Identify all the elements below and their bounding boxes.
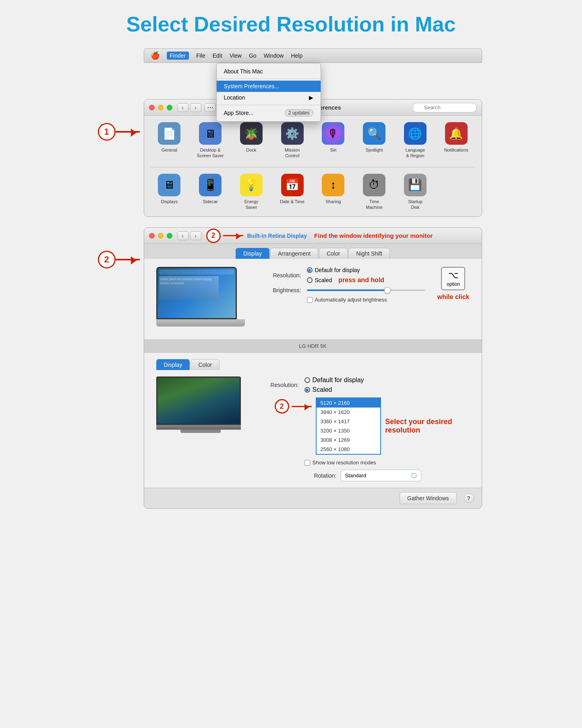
res-item-2560[interactable]: 2560 × 1080 bbox=[317, 445, 381, 454]
monitor-foot bbox=[180, 430, 221, 433]
dropdown-appstore[interactable]: App Store... 2 updates bbox=[217, 107, 321, 119]
icon-general[interactable]: 📄 General bbox=[151, 122, 188, 159]
grid-button[interactable]: ⋯ bbox=[205, 103, 216, 112]
icon-startup-disk[interactable]: 💾 StartupDisk bbox=[396, 174, 434, 210]
builtin-close[interactable] bbox=[149, 233, 155, 239]
gather-windows-button[interactable]: Gather Windows bbox=[400, 492, 456, 504]
minimize-button[interactable] bbox=[158, 105, 164, 110]
icon-sidecar[interactable]: 📱 Sidecar bbox=[191, 174, 229, 210]
menu-finder[interactable]: Finder bbox=[167, 52, 189, 60]
icon-dock[interactable]: 🪴 Dock bbox=[232, 122, 270, 159]
search-input[interactable] bbox=[412, 103, 477, 112]
tab-color[interactable]: Color bbox=[319, 248, 348, 259]
second-default-radio[interactable]: Default for display bbox=[304, 376, 364, 384]
default-display-radio[interactable]: Default for display bbox=[307, 267, 385, 273]
brightness-slider[interactable] bbox=[307, 289, 425, 291]
icon-notifications[interactable]: 🔔 Notifications bbox=[437, 122, 475, 159]
help-button[interactable]: ? bbox=[464, 493, 474, 503]
macbook-base bbox=[156, 319, 245, 327]
menu-view[interactable]: View bbox=[230, 52, 242, 59]
icon-spotlight[interactable]: 🔍 Spotlight bbox=[355, 122, 393, 159]
second-scaled-dot bbox=[304, 387, 310, 393]
icon-startupdisk-label: StartupDisk bbox=[408, 199, 422, 210]
macbook-screen-inner: Lorem ipsum text preview content display… bbox=[157, 268, 236, 318]
res-item-5120[interactable]: 5120 × 2160 bbox=[317, 398, 381, 408]
dropdown-divider1 bbox=[217, 79, 321, 79]
back-button[interactable]: ‹ bbox=[177, 103, 188, 112]
step2c-arrow bbox=[292, 406, 312, 407]
tab-night-shift[interactable]: Night Shift bbox=[348, 248, 390, 259]
dropdown-location[interactable]: Location ▶ bbox=[217, 92, 321, 103]
builtin-nav: ‹ › bbox=[177, 231, 201, 240]
close-button[interactable] bbox=[149, 105, 155, 110]
apple-logo-icon[interactable]: 🍎 bbox=[151, 51, 159, 60]
dropdown-about-mac[interactable]: About This Mac bbox=[217, 66, 321, 77]
step2b-arrow bbox=[223, 235, 243, 236]
builtin-forward[interactable]: › bbox=[190, 231, 201, 240]
auto-brightness-checkbox[interactable] bbox=[307, 297, 313, 303]
tab-arrangement[interactable]: Arrangement bbox=[270, 248, 318, 259]
icon-language-label: Language& Region bbox=[405, 147, 425, 159]
res-item-3840[interactable]: 3840 × 1620 bbox=[317, 408, 381, 417]
scaled-label: Scaled bbox=[315, 277, 332, 283]
step2c-circle: 2 bbox=[275, 399, 289, 414]
monitor-preview bbox=[156, 376, 245, 435]
second-scaled-radio[interactable]: Scaled bbox=[304, 386, 364, 393]
maximize-button[interactable] bbox=[167, 105, 172, 110]
rotation-select[interactable]: Standard ⬡ bbox=[341, 470, 421, 481]
second-default-dot bbox=[304, 377, 310, 383]
display-content: Lorem ipsum text preview content display… bbox=[144, 259, 482, 339]
while-click-text: while click bbox=[437, 293, 469, 301]
resolution-label: Resolution: bbox=[257, 272, 301, 279]
builtin-back[interactable]: ‹ bbox=[177, 231, 188, 240]
forward-button[interactable]: › bbox=[190, 103, 201, 112]
icon-empty bbox=[437, 174, 475, 210]
dropdown-system-prefs[interactable]: System Preferences... bbox=[217, 81, 321, 92]
icon-displays[interactable]: 🖥 Displays bbox=[151, 174, 188, 210]
rotation-arrow-icon: ⬡ bbox=[411, 472, 417, 479]
menu-go[interactable]: Go bbox=[249, 52, 257, 59]
option-key-label: option bbox=[447, 281, 460, 287]
resolution-panel: Resolution: Default for display Scaled p… bbox=[257, 267, 425, 331]
option-key-symbol: ⌥ bbox=[448, 270, 458, 281]
icon-language-region[interactable]: 🌐 Language& Region bbox=[396, 122, 434, 159]
builtin-maximize[interactable] bbox=[167, 233, 172, 239]
res-item-3008[interactable]: 3008 × 1269 bbox=[317, 435, 381, 445]
macbook-preview: Lorem ipsum text preview content display… bbox=[156, 267, 245, 331]
icon-sharing[interactable]: ↕️ Sharing bbox=[315, 174, 352, 210]
icon-spotlight-label: Spotlight bbox=[366, 147, 383, 153]
tab-display2[interactable]: Display bbox=[156, 359, 190, 370]
tab-display[interactable]: Display bbox=[236, 248, 269, 259]
res-item-3360[interactable]: 3360 × 1417 bbox=[317, 417, 381, 426]
low-res-checkbox[interactable] bbox=[304, 460, 310, 466]
icon-dock-label: Dock bbox=[246, 147, 256, 153]
step1-circle: 1 bbox=[98, 123, 116, 141]
res-item-3200[interactable]: 3200 × 1350 bbox=[317, 426, 381, 435]
menu-window[interactable]: Window bbox=[264, 52, 284, 59]
step2b-circle: 2 bbox=[206, 229, 221, 243]
slider-thumb[interactable] bbox=[384, 287, 391, 293]
icon-time-machine[interactable]: ⏱ TimeMachine bbox=[355, 174, 393, 210]
find-window-text: Find the window identifying your monitor bbox=[314, 232, 433, 239]
icon-date-time[interactable]: 📅 Date & Time bbox=[273, 174, 311, 210]
second-scaled-label: Scaled bbox=[313, 386, 332, 393]
scaled-radio-dot bbox=[307, 277, 313, 283]
menu-help[interactable]: Help bbox=[291, 52, 302, 59]
menu-file[interactable]: File bbox=[196, 52, 205, 59]
second-display-tabs: Display Color bbox=[156, 359, 470, 370]
icon-energy-saver[interactable]: 💡 EnergySaver bbox=[232, 174, 270, 210]
resolution-list[interactable]: 5120 × 2160 3840 × 1620 3360 × 1417 3200… bbox=[316, 397, 381, 455]
builtin-minimize[interactable] bbox=[158, 233, 164, 239]
scaled-radio[interactable]: Scaled press and hold bbox=[307, 277, 385, 284]
menu-edit[interactable]: Edit bbox=[213, 52, 222, 59]
rotation-label: Rotation: bbox=[304, 472, 337, 479]
second-display: Display Color bbox=[144, 353, 482, 488]
icon-mission-control[interactable]: ⚙️ MissionControl bbox=[273, 122, 311, 159]
tab-color2[interactable]: Color bbox=[191, 359, 219, 370]
icon-desktop-screensaver[interactable]: 🖥 Desktop &Screen Saver bbox=[191, 122, 229, 159]
default-display-label: Default for display bbox=[315, 267, 360, 273]
nav-arrows: ‹ › bbox=[177, 103, 201, 112]
low-res-label: Show low resolution modes bbox=[313, 460, 376, 466]
monitor-screen bbox=[156, 376, 241, 425]
icon-siri[interactable]: 🎙 Siri bbox=[315, 122, 352, 159]
